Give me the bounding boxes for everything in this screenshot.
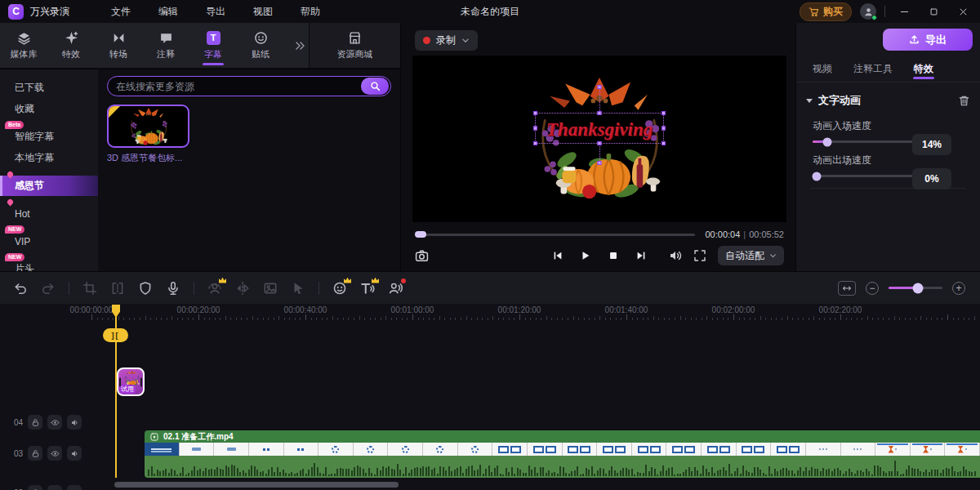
menu-item-5[interactable]: 帮助 [296,3,325,20]
menu-item-4[interactable]: 视图 [248,3,278,20]
record-dot-icon [423,37,430,44]
selection-handle[interactable] [662,141,666,145]
text-voice-button[interactable] [360,281,375,296]
sidebar-item-6[interactable]: Hot [0,203,98,224]
export-button[interactable]: 导出 [883,29,973,51]
selection-handle[interactable] [598,161,602,165]
video-canvas[interactable]: Thanksgiving [412,56,786,222]
slider-handle[interactable] [822,137,831,146]
tab-subtitle[interactable]: T字幕 [189,23,237,68]
minimize-icon [900,7,909,16]
timeline-horizontal-scrollbar[interactable] [0,482,980,488]
filmstrip-frame [702,443,737,456]
zoom-in-button[interactable]: + [952,282,965,295]
exit-speed-slider[interactable]: 0% [813,175,917,177]
properties-tab-2[interactable]: 注释工具 [853,56,893,82]
cursor-button [291,281,305,296]
asset-thumbnail-3d-thanksgiving[interactable] [107,105,189,148]
zoom-slider-handle[interactable] [913,283,924,293]
speaker-track-button[interactable] [67,446,82,461]
play-icon [580,250,591,261]
sidebar-item-label: 本地字幕 [15,151,54,165]
layers-icon [17,31,31,45]
tab-sparkle[interactable]: 特效 [47,23,95,68]
close-button[interactable] [952,3,973,20]
subtitle-category-sidebar: 已下载收藏智能字幕Beta本地字幕感恩节HotVIPNEW片头NEW片尾字幕 [0,69,98,271]
more-tabs-button[interactable] [291,23,309,68]
fit-timeline-button[interactable] [838,281,856,296]
stop-button[interactable] [608,250,619,261]
tab-transition[interactable]: 转场 [95,23,142,68]
user-avatar[interactable] [860,3,876,20]
selection-handle[interactable] [598,111,602,115]
selection-handle[interactable] [533,111,537,115]
lock-track-button[interactable] [28,415,42,430]
sidebar-item-7[interactable]: VIPNEW [0,231,98,252]
sticker-clip[interactable]: 试用 [117,368,145,396]
tab-resource-store[interactable]: 资源商城 [309,23,400,68]
menu-item-1[interactable]: 文件 [106,3,136,20]
tab-comment[interactable]: 注释 [142,23,189,68]
eye-track-button[interactable] [47,446,62,461]
menu-item-2[interactable]: 编辑 [154,3,183,20]
maximize-button[interactable] [923,3,944,20]
selection-handle[interactable] [533,127,537,131]
search-input[interactable] [108,81,361,92]
selection-handle[interactable] [662,127,666,131]
selection-handle[interactable] [598,141,602,145]
volume-button[interactable] [669,249,682,262]
sidebar-item-3[interactable]: 智能字幕Beta [0,127,98,147]
voice-person-button[interactable] [388,281,403,296]
seek-handle[interactable] [415,231,426,238]
trim-handle-right[interactable] [140,377,142,386]
rotation-handle[interactable] [598,85,602,89]
slider-handle[interactable] [813,172,822,180]
sidebar-item-1[interactable]: 已下载 [0,78,98,98]
sidebar-item-8[interactable]: 片头NEW [0,259,98,271]
lock-track-button[interactable] [28,446,42,461]
zoom-out-button[interactable]: − [866,282,879,295]
eye-track-button[interactable] [47,415,62,430]
filmstrip-frame [945,443,980,456]
chevron-down-icon [769,252,777,260]
tab-layers[interactable]: 媒体库 [0,23,47,68]
minimize-button[interactable] [893,3,915,20]
scrollbar-thumb[interactable] [114,482,399,488]
play-button[interactable] [580,250,591,261]
timeline-zoom-slider[interactable] [889,287,942,289]
fit-mode-dropdown[interactable]: 自动适配 [718,246,784,265]
trash-icon[interactable] [958,95,970,107]
undo-button[interactable] [13,281,28,296]
selection-handle[interactable] [533,141,537,145]
playhead-split-marker[interactable]: ][ [103,328,128,342]
caret-down-icon[interactable] [806,99,813,103]
seek-bar[interactable] [415,234,695,236]
search-button[interactable] [361,78,389,95]
snapshot-button[interactable] [415,249,429,263]
sidebar-item-2[interactable]: 收藏 [0,99,98,119]
face-button[interactable] [332,281,347,296]
selection-box[interactable] [535,113,664,144]
entry-speed-control: 动画入场速度 14% [813,119,966,143]
record-button[interactable]: 录制 [415,30,478,51]
next-frame-button[interactable] [635,250,647,261]
speaker-track-button[interactable] [67,415,82,430]
sidebar-item-4[interactable]: 本地字幕 [0,148,98,168]
video-clip[interactable]: 02.1 准备工作.mp4 [145,430,980,478]
tab-sticker[interactable]: 贴纸 [237,23,284,68]
trim-handle-left[interactable] [119,377,121,386]
timeline-ruler[interactable]: 00:00:00:0000:00:20:0000:00:40:0000:01:0… [0,304,980,320]
selection-handle[interactable] [662,111,666,115]
buy-button[interactable]: 购买 [800,2,852,21]
filmstrip-frame [528,443,563,456]
menu-item-3[interactable]: 导出 [201,3,230,20]
properties-tab-1[interactable]: 视频 [813,56,832,82]
ruler-tick [91,314,92,320]
entry-speed-slider[interactable]: 14% [813,140,917,143]
prev-frame-button[interactable] [552,250,564,261]
fullscreen-button[interactable] [693,249,706,262]
mic-button[interactable] [166,281,180,296]
sidebar-item-5[interactable]: 感恩节 [0,176,98,196]
shield-button[interactable] [138,281,153,296]
properties-tab-3[interactable]: 特效 [914,56,933,82]
